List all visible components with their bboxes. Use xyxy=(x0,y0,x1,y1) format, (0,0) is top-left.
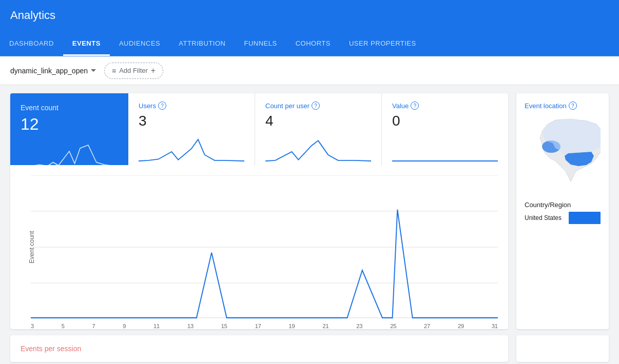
add-filter-button[interactable]: ≡ Add Filter + xyxy=(104,63,163,79)
x-tick-5: 5 xyxy=(62,323,65,329)
y-axis-label: Event count xyxy=(28,231,35,263)
x-tick-23: 23 xyxy=(356,323,362,329)
value-mini-chart xyxy=(392,133,498,166)
main-chart-svg: 0 2 4 6 8 xyxy=(31,175,498,319)
country-name: United States xyxy=(525,214,566,221)
plus-icon: + xyxy=(151,66,156,75)
event-location-info-icon: ? xyxy=(569,102,577,110)
main-chart-area: Event count 0 2 4 6 8 xyxy=(10,165,508,329)
event-count-label: Event count xyxy=(21,104,118,112)
country-bar-row: United States xyxy=(525,212,601,224)
map-container xyxy=(525,115,601,197)
users-stat: Users ? 3 xyxy=(128,93,255,165)
left-panel: Event count 12 Users ? 3 xyxy=(10,93,508,329)
events-per-session-label: Events per session xyxy=(21,345,81,353)
chart-container: Event count 0 2 4 6 8 xyxy=(31,175,498,319)
add-filter-label: Add Filter xyxy=(119,67,148,74)
value-label: Value xyxy=(392,102,409,110)
users-mini-chart xyxy=(139,133,244,166)
main-content: Event count 12 Users ? 3 xyxy=(0,85,619,337)
stats-row: Event count 12 Users ? 3 xyxy=(10,93,508,165)
x-tick-17: 17 xyxy=(255,323,261,329)
value-info-icon: ? xyxy=(411,102,419,110)
bottom-row: Events per session xyxy=(0,335,619,362)
x-tick-7: 7 xyxy=(92,323,95,329)
event-count-value: 12 xyxy=(21,115,118,134)
filter-icon: ≡ xyxy=(112,67,116,75)
events-per-session-card: Events per session xyxy=(10,335,508,362)
event-location-title: Event location xyxy=(525,102,567,110)
value-value: 0 xyxy=(392,113,498,129)
x-tick-13: 13 xyxy=(187,323,194,329)
nav-bar: DASHBOARD EVENTS AUDIENCES ATTRIBUTION F… xyxy=(0,31,619,56)
x-tick-11: 11 xyxy=(153,323,160,329)
top-bar: Analytics xyxy=(0,0,619,31)
users-value: 3 xyxy=(139,113,244,129)
count-per-user-label: Count per user xyxy=(265,102,310,110)
nav-dashboard[interactable]: DASHBOARD xyxy=(0,30,63,56)
count-per-user-stat: Count per user ? 4 xyxy=(255,93,382,165)
users-label: Users xyxy=(139,102,156,110)
x-tick-3: 3 xyxy=(31,323,34,329)
chevron-down-icon xyxy=(91,69,96,72)
event-dropdown-label: dynamic_link_app_open xyxy=(10,67,88,75)
right-panel: Event location ? Country/Region Uni xyxy=(516,93,609,329)
event-dropdown[interactable]: dynamic_link_app_open xyxy=(10,65,96,77)
filter-bar: dynamic_link_app_open ≡ Add Filter + xyxy=(0,56,619,85)
event-count-stat: Event count 12 xyxy=(10,93,128,165)
country-bar xyxy=(569,212,601,224)
nav-events[interactable]: EVENTS xyxy=(63,30,110,56)
nav-attribution[interactable]: ATTRIBUTION xyxy=(169,30,235,56)
x-tick-25: 25 xyxy=(390,323,396,329)
x-tick-31: 31 xyxy=(492,323,498,329)
x-tick-15: 15 xyxy=(221,323,227,329)
x-tick-29: 29 xyxy=(458,323,464,329)
bottom-right-card xyxy=(516,335,609,362)
nav-user-properties[interactable]: USER PROPERTIES xyxy=(340,30,425,56)
users-info-icon: ? xyxy=(158,102,166,110)
event-location-card: Event location ? Country/Region Uni xyxy=(516,93,609,329)
x-tick-19: 19 xyxy=(289,323,295,329)
nav-funnels[interactable]: FUNNELS xyxy=(235,30,286,56)
x-axis-ticks: 3 5 7 9 11 13 15 17 19 21 23 25 27 29 xyxy=(31,323,498,329)
app-title: Analytics xyxy=(10,9,55,22)
x-tick-9: 9 xyxy=(123,323,126,329)
count-per-user-mini-chart xyxy=(265,133,371,166)
count-per-user-value: 4 xyxy=(265,113,371,129)
stats-card: Event count 12 Users ? 3 xyxy=(10,93,508,329)
map-svg xyxy=(525,115,601,197)
count-per-user-info-icon: ? xyxy=(312,102,320,110)
bottom-left: Events per session xyxy=(10,335,508,362)
x-tick-21: 21 xyxy=(322,323,328,329)
count-per-user-sparkline-svg xyxy=(265,133,371,164)
bottom-right xyxy=(516,335,609,362)
value-stat: Value ? 0 xyxy=(382,93,508,165)
nav-cohorts[interactable]: COHORTS xyxy=(286,30,340,56)
nav-audiences[interactable]: AUDIENCES xyxy=(110,30,169,56)
country-region-label: Country/Region xyxy=(525,201,601,209)
value-sparkline-svg xyxy=(392,133,498,164)
users-sparkline-svg xyxy=(139,133,244,164)
x-tick-27: 27 xyxy=(424,323,430,329)
